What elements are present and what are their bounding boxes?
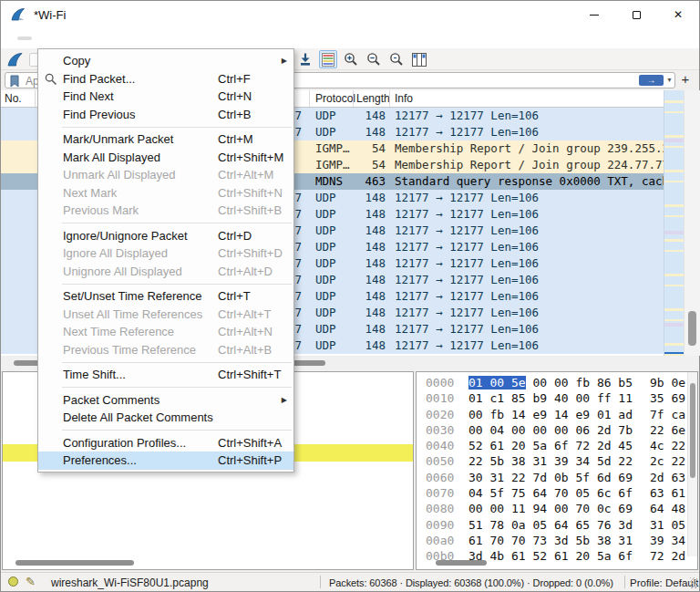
packet-protocol: UDP bbox=[315, 190, 336, 206]
resize-grip[interactable] bbox=[690, 577, 697, 588]
menu-item[interactable]: Set/Unset Time Reference Ctrl+T bbox=[38, 287, 293, 306]
menubar-item[interactable] bbox=[46, 36, 61, 40]
intelligent-scrollbar-minimap[interactable] bbox=[664, 90, 684, 356]
details-hscrollbar-thumb[interactable] bbox=[15, 560, 134, 566]
column-header-length[interactable]: Length bbox=[356, 92, 390, 105]
menu-item-label: Packet Comments bbox=[63, 393, 160, 407]
hex-row[interactable]: 004052 61 20 5a 6f 72 2d 454c 22 2c bbox=[417, 438, 686, 453]
packet-length: 148 bbox=[342, 206, 386, 223]
zoom-in-button[interactable] bbox=[342, 50, 360, 68]
auto-scroll-button[interactable] bbox=[296, 50, 314, 68]
menu-item-label: Unset All Time References bbox=[63, 307, 202, 321]
menu-item[interactable]: Unset All Time References Ctrl+Alt+T bbox=[38, 306, 293, 324]
packet-length: 148 bbox=[342, 124, 386, 140]
menu-item[interactable]: Ignore/Unignore Packet Ctrl+D bbox=[38, 227, 293, 245]
packet-length: 463 bbox=[342, 173, 386, 190]
hex-offset: 0000 bbox=[417, 375, 468, 390]
hex-vscrollbar-thumb[interactable] bbox=[690, 383, 695, 478]
menu-item-label: Set/Unset Time Reference bbox=[63, 289, 201, 303]
packet-list-vscrollbar[interactable] bbox=[684, 90, 700, 356]
submenu-arrow-icon: ▶ bbox=[282, 57, 287, 65]
hex-row[interactable]: 006030 31 22 7d 0b 5f 6d 692d 63 6f bbox=[417, 470, 686, 485]
menu-item-shortcut: Ctrl+Shift+P bbox=[218, 453, 282, 467]
menu-item[interactable]: Next Mark Ctrl+Shift+N bbox=[38, 184, 293, 203]
zoom-reset-icon bbox=[389, 52, 404, 67]
menu-item bbox=[38, 358, 293, 366]
hex-row[interactable]: 00a061 70 70 73 3d 5b 38 3139 34 5d bbox=[417, 533, 686, 548]
menu-item[interactable]: Delete All Packet Comments bbox=[38, 409, 293, 427]
menu-item[interactable]: Previous Time Reference Ctrl+Alt+B bbox=[38, 341, 293, 359]
minimize-button[interactable] bbox=[573, 1, 615, 28]
menu-item-shortcut: Ctrl+N bbox=[218, 89, 252, 103]
filter-dropdown-caret-icon[interactable]: ▼ bbox=[666, 77, 673, 83]
hex-vscrollbar[interactable] bbox=[687, 372, 697, 556]
menu-item[interactable]: Next Time Reference Ctrl+Alt+N bbox=[38, 323, 293, 341]
menubar-item[interactable] bbox=[3, 36, 17, 40]
packet-protocol: UDP bbox=[315, 108, 336, 124]
menubar-item[interactable] bbox=[32, 36, 46, 40]
menu-item[interactable]: Packet Comments ▶ bbox=[38, 391, 293, 410]
colorize-packets-button[interactable] bbox=[319, 50, 337, 68]
hex-row[interactable]: 002000 fb 14 e9 14 e9 01 ad7f ca 06 bbox=[417, 407, 686, 422]
resize-columns-button[interactable] bbox=[410, 50, 428, 68]
menubar-item[interactable] bbox=[105, 36, 119, 40]
menu-item[interactable]: Configuration Profiles... Ctrl+Shift+A bbox=[38, 434, 293, 452]
menubar-item[interactable] bbox=[76, 36, 90, 40]
hex-hscrollbar-thumb[interactable] bbox=[436, 560, 487, 566]
profile-label[interactable]: Profile: Default bbox=[630, 577, 698, 588]
hex-bytes-2: 35 69 c0 bbox=[650, 391, 686, 405]
menubar-item[interactable] bbox=[90, 36, 105, 40]
maximize-button[interactable] bbox=[615, 1, 657, 28]
menu-item[interactable]: Unmark All Displayed Ctrl+Alt+M bbox=[38, 166, 293, 184]
menubar-item[interactable] bbox=[134, 36, 149, 40]
bookmark-icon[interactable] bbox=[9, 75, 20, 88]
zoom-reset-button[interactable] bbox=[387, 50, 406, 68]
packet-info: 12177 → 12177 Len=106 bbox=[395, 305, 539, 321]
column-header-info[interactable]: Info bbox=[395, 92, 413, 105]
column-header-no[interactable]: No. bbox=[5, 92, 22, 105]
hex-row[interactable]: 009051 78 0a 05 64 65 76 3d31 05 73 bbox=[417, 517, 686, 533]
hex-bytes-2: 63 61 6c bbox=[650, 486, 686, 500]
packet-length: 54 bbox=[342, 157, 386, 173]
menubar-item[interactable] bbox=[119, 36, 134, 40]
menu-item[interactable]: Find Packet... Ctrl+F bbox=[38, 70, 293, 88]
zoom-out-button[interactable] bbox=[365, 50, 383, 68]
hex-row[interactable]: 003000 04 00 00 00 06 2d 7b22 6e 6c bbox=[417, 422, 686, 438]
wireshark-fin-icon[interactable] bbox=[6, 51, 25, 68]
menubar-item[interactable] bbox=[149, 36, 163, 40]
menu-item[interactable]: Mark/Unmark Packet Ctrl+M bbox=[38, 130, 293, 149]
menu-item[interactable]: Mark All Displayed Ctrl+Shift+M bbox=[38, 149, 293, 167]
hex-row[interactable]: 007004 5f 75 64 70 05 6c 6f63 61 6c bbox=[417, 485, 686, 501]
close-button[interactable]: ✕ bbox=[657, 1, 699, 28]
menu-item[interactable]: Find Previous Ctrl+B bbox=[38, 106, 293, 124]
menubar-item[interactable] bbox=[61, 36, 76, 40]
expert-info-icon[interactable] bbox=[8, 576, 18, 587]
capture-comment-icon[interactable]: ✎ bbox=[26, 575, 36, 588]
menu-item-shortcut: Ctrl+T bbox=[218, 289, 251, 303]
menu-item-shortcut: Ctrl+Shift+N bbox=[218, 186, 283, 200]
packet-info: 12177 → 12177 Len=106 bbox=[395, 272, 539, 288]
title-bar[interactable]: *Wi-Fi ✕ bbox=[1, 1, 699, 28]
menu-item[interactable]: Ignore All Displayed Ctrl+Shift+D bbox=[38, 244, 293, 263]
menu-item-shortcut: Ctrl+F bbox=[218, 72, 251, 86]
capture-filename[interactable]: wireshark_Wi-FiSF80U1.pcapng bbox=[51, 576, 209, 589]
hex-row[interactable]: 008000 00 11 94 00 70 0c 6964 48 61 bbox=[417, 501, 686, 516]
menu-item-label: Copy bbox=[63, 54, 90, 68]
menu-item[interactable]: Copy ▶ bbox=[38, 52, 293, 70]
column-divider bbox=[353, 90, 354, 107]
edit-menu-dropdown: Copy ▶ Find Packet... Ctrl+F Find Next C… bbox=[37, 48, 294, 473]
vscrollbar-thumb[interactable] bbox=[688, 311, 696, 346]
menubar-item[interactable] bbox=[17, 36, 32, 40]
menu-item[interactable]: Time Shift... Ctrl+Shift+T bbox=[38, 366, 293, 384]
add-filter-button[interactable]: + bbox=[677, 71, 694, 87]
column-header-protocol[interactable]: Protocol bbox=[315, 92, 355, 105]
menu-item[interactable]: Preferences... Ctrl+Shift+P bbox=[38, 452, 293, 470]
hex-row[interactable]: 001001 c1 85 b9 40 00 ff 1135 69 c0 bbox=[417, 390, 686, 406]
hex-row[interactable]: 000001 00 5e 00 00 fb 86 b59b 0e 31 bbox=[417, 375, 686, 390]
menu-item[interactable]: Previous Mark Ctrl+Shift+B bbox=[38, 202, 293, 220]
packet-length: 148 bbox=[342, 338, 386, 354]
filter-apply-button[interactable]: → bbox=[639, 75, 664, 86]
hex-row[interactable]: 005022 5b 38 31 39 34 5d 222c 22 69 bbox=[417, 453, 686, 469]
menu-item[interactable]: Unignore All Displayed Ctrl+Alt+D bbox=[38, 263, 293, 281]
menu-item[interactable]: Find Next Ctrl+N bbox=[38, 88, 293, 106]
